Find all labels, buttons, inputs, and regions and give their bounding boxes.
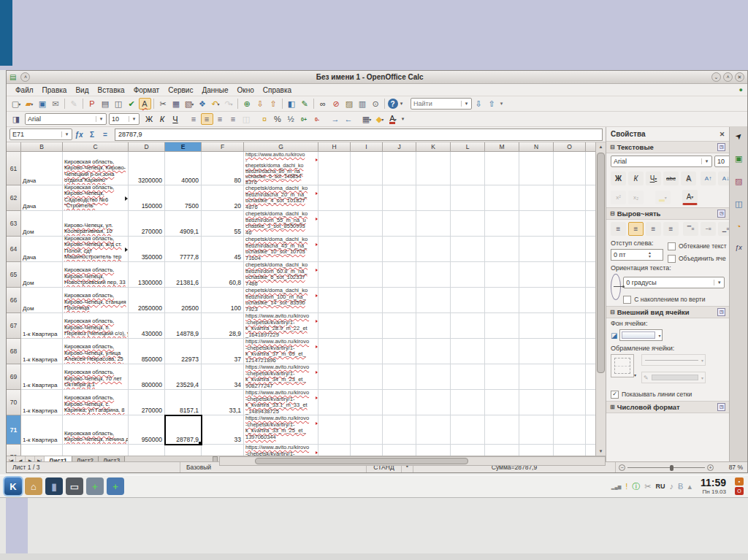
toolbar-overflow-icon[interactable]: ▾ (400, 113, 406, 125)
install-package-icon[interactable]: + (86, 477, 104, 495)
cell-J64[interactable] (383, 237, 416, 262)
cell-H65[interactable] (318, 262, 351, 288)
cell-O64[interactable] (554, 237, 586, 262)
cell-x68[interactable] (586, 339, 595, 364)
cell-E63[interactable]: 4909,1 (165, 211, 202, 237)
info-notifier-icon[interactable]: ⓘ (632, 481, 640, 492)
find-next-icon[interactable]: ⇩ (473, 98, 485, 110)
bold-icon[interactable]: Ж (611, 172, 626, 185)
font-color-icon[interactable]: А▾ (387, 113, 400, 125)
delete-decimal-icon[interactable]: 0- (311, 113, 324, 125)
align-top-icon[interactable]: ▔≡ (683, 222, 698, 236)
border-preset-button[interactable] (611, 354, 634, 377)
column-header-O[interactable]: O (554, 142, 586, 152)
cell-F66[interactable]: 100 (202, 288, 244, 313)
cell-M63[interactable] (485, 211, 519, 237)
cell-J68[interactable] (383, 339, 416, 364)
cell-N64[interactable] (519, 237, 554, 262)
formula-icon[interactable]: = (99, 129, 112, 140)
find-combo[interactable]: ▾ (411, 98, 472, 110)
align-justify-icon[interactable]: ≡ (663, 222, 679, 236)
cell-x71[interactable] (586, 415, 595, 445)
cell-J63[interactable] (383, 211, 416, 237)
menu-item[interactable]: Данные (197, 85, 232, 95)
cell-O66[interactable] (554, 288, 586, 313)
cell-N61[interactable] (519, 152, 554, 185)
network-signal-icon[interactable]: ▂▄▆ (611, 484, 621, 489)
sidebar-tab-images-icon[interactable]: ◫ (735, 199, 742, 209)
cell-I69[interactable] (351, 364, 383, 390)
cell-M69[interactable] (485, 364, 519, 390)
name-box-input[interactable] (10, 131, 61, 138)
cell-I72[interactable] (351, 445, 383, 456)
cell-B70[interactable]: 1-к Квартира (21, 390, 63, 415)
cell-O71[interactable] (554, 415, 586, 445)
spinner-arrows-icon[interactable]: ▲▼ (636, 251, 663, 258)
cell-C70[interactable]: Кировская область,Кирово-Чепецк, с.Карин… (63, 390, 129, 415)
cell-N72[interactable] (519, 445, 554, 456)
cell-C65[interactable]: Кировская область,Кирово-Чепецк,Новостро… (63, 262, 129, 288)
scroll-down-icon[interactable]: ▼ (599, 447, 603, 456)
indent-spinner[interactable]: 0 пт ▲▼ (611, 249, 663, 261)
menu-item[interactable]: Справка (259, 85, 296, 95)
menu-item[interactable]: Файл (11, 85, 38, 95)
find-input[interactable] (411, 100, 461, 107)
cell-C62[interactable]: Кировская область,Кирово-Чепецк,Садоводс… (63, 185, 129, 211)
cell-D66[interactable]: 2050000 (129, 288, 165, 313)
formula-input[interactable] (115, 129, 603, 141)
align-center-icon[interactable]: ≡ (628, 222, 644, 236)
klipper-icon[interactable]: ✂ (644, 482, 651, 491)
cell-C69[interactable]: Кировская область,Кирово-Чепецк, 70 летО… (63, 364, 129, 390)
open-folder-icon[interactable]: ▰▾ (23, 98, 36, 110)
percent-format-icon[interactable]: % (272, 113, 284, 125)
cell-K70[interactable] (416, 390, 451, 415)
cell-N62[interactable] (519, 185, 554, 211)
undo-icon[interactable]: ↶▾ (210, 98, 222, 110)
cell-C61[interactable]: Кировская область,Кирово-Чепецк, Кирово-… (63, 152, 129, 185)
page-preview-icon[interactable]: ◫ (112, 98, 125, 110)
cell-M72[interactable] (485, 445, 519, 456)
home-folder-icon[interactable]: ⌂ (25, 477, 42, 495)
new-document-icon[interactable]: ▢▾ (10, 98, 23, 110)
menu-item[interactable]: Правка (38, 85, 72, 95)
cell-E70[interactable]: 8157,1 (165, 390, 202, 415)
cell-L72[interactable] (451, 445, 485, 456)
lock-screen-icon[interactable]: ▪ (735, 477, 744, 486)
gallery-icon[interactable]: ▨ (343, 98, 356, 110)
cell-E69[interactable]: 23529,4 (165, 364, 202, 390)
paste-icon[interactable]: ▧▾ (183, 98, 196, 110)
cell-N67[interactable] (519, 313, 554, 339)
cell-G67[interactable]: https://www.avito.ru/kirovo-chepetsk/kva… (244, 313, 318, 339)
column-header-H[interactable]: H (318, 142, 351, 152)
subscript-icon[interactable]: x₂ (628, 191, 644, 204)
row-header-61[interactable]: 61 (7, 152, 21, 185)
cell-E64[interactable]: 7777,8 (165, 237, 202, 262)
close-button[interactable]: ✕ (735, 72, 744, 82)
column-header-D[interactable]: D (129, 142, 165, 152)
shutdown-icon[interactable]: O (735, 487, 744, 495)
cell-B62[interactable]: Дача (21, 185, 63, 211)
cell-O65[interactable] (554, 262, 586, 288)
cell-H72[interactable] (318, 445, 351, 456)
cell-N70[interactable] (519, 390, 554, 415)
cell-N71[interactable] (519, 415, 554, 445)
chevron-down-icon[interactable]: ▾ (634, 372, 636, 377)
row-header-66[interactable]: 66 (7, 288, 21, 313)
row-header-62[interactable]: 62 (7, 185, 21, 211)
row-header-64[interactable]: 64 (7, 237, 21, 262)
superscript-icon[interactable]: x² (611, 191, 626, 204)
cell-E67[interactable]: 14878,9 (165, 313, 202, 339)
wrap-text-checkbox[interactable]: Обтекание текст (668, 242, 729, 250)
cell-H66[interactable] (318, 288, 351, 313)
spelling-dialog-icon[interactable]: ⊘ (330, 98, 343, 110)
dialog-launcher-icon[interactable]: ◳ (717, 210, 725, 218)
align-right-icon[interactable]: ≡ (646, 222, 661, 236)
cell-C72[interactable]: Кировская область,Кирово-Чепецк, ул (63, 445, 129, 456)
cell-G61[interactable]: https://www.avito.ru/kirovo-chepetsk/dom… (244, 152, 318, 185)
desktop-pager-icon[interactable]: ▭ (66, 477, 83, 495)
horizontal-scroll-thumb[interactable] (255, 458, 468, 464)
font-color-icon[interactable]: A▾ (682, 190, 698, 205)
sidebar-tab-styles-icon[interactable]: ▣ (735, 154, 742, 164)
sidebar-tab-properties-icon[interactable]: ➤ (733, 131, 744, 142)
cell-F69[interactable]: 34 (202, 364, 244, 390)
